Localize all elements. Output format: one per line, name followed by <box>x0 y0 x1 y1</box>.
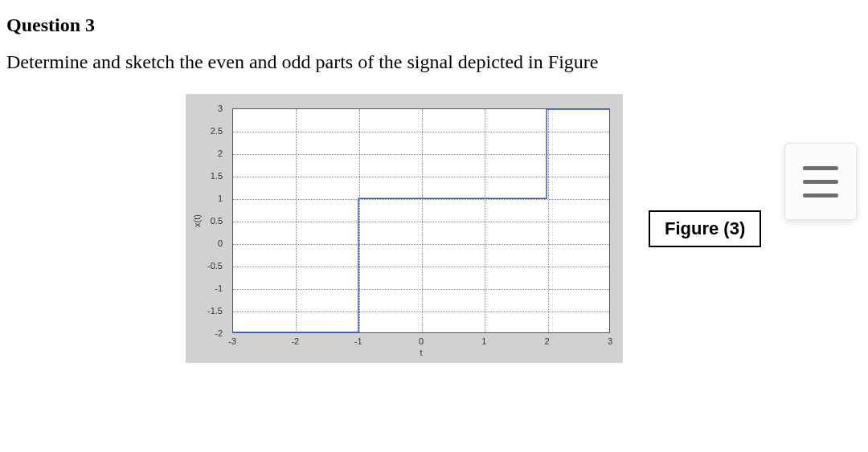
x-tick-label: 1 <box>481 333 486 346</box>
y-tick-label: 1.5 <box>211 171 227 181</box>
figure-caption: Figure (3) <box>649 210 761 247</box>
x-tick-label: 2 <box>545 333 550 346</box>
x-tick-label: 3 <box>608 333 612 346</box>
y-tick-label: -0.5 <box>207 261 227 271</box>
x-tick-label: -3 <box>228 333 236 346</box>
y-tick-label: 0 <box>218 238 227 248</box>
y-tick-label: -1 <box>215 283 227 293</box>
chart-container: x(t) t -3-2-10123-2-1.5-1-0.500.511.522.… <box>186 94 623 363</box>
x-tick-label: -1 <box>354 333 362 346</box>
y-tick-label: 1 <box>218 193 227 203</box>
x-axis-label: t <box>232 348 610 357</box>
x-tick-label: -2 <box>291 333 299 346</box>
plot-area <box>232 108 610 333</box>
question-heading: Question 3 <box>6 14 862 36</box>
y-tick-label: 0.5 <box>211 216 227 226</box>
y-tick-label: -1.5 <box>207 306 227 316</box>
y-tick-label: 2 <box>218 149 227 158</box>
y-tick-label: 2.5 <box>211 126 227 136</box>
y-tick-label: 3 <box>218 104 227 113</box>
question-prompt: Determine and sketch the even and odd pa… <box>6 49 862 75</box>
y-tick-label: -2 <box>215 328 227 338</box>
signal-line <box>233 109 609 332</box>
hamburger-menu-icon <box>803 193 838 197</box>
hamburger-menu-button[interactable] <box>784 143 857 220</box>
hamburger-menu-icon <box>803 166 838 170</box>
x-tick-label: 0 <box>419 333 424 346</box>
hamburger-menu-icon <box>803 180 838 184</box>
y-axis-label: x(t) <box>192 214 202 227</box>
